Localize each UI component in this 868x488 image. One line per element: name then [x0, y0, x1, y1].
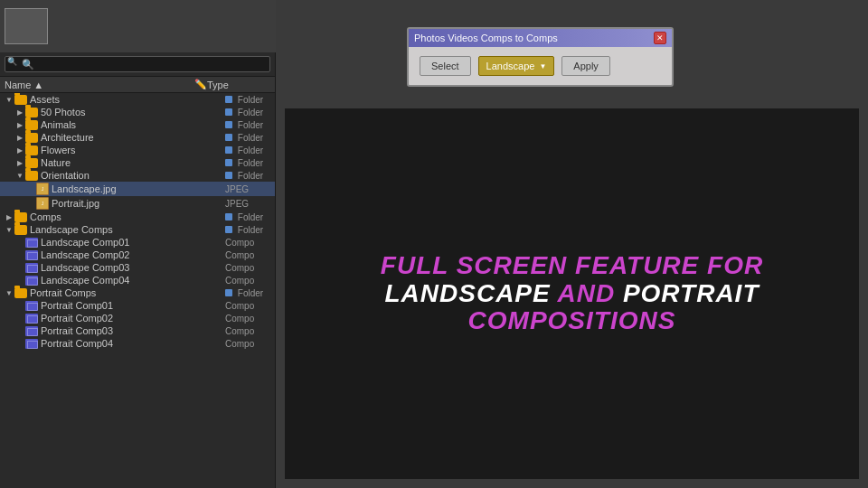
tree-item-lcomp01-label: Landscape Comp01 [41, 237, 225, 248]
tree-item-lcomp04[interactable]: Landscape Comp04 Compo [0, 274, 275, 286]
pencil-icon: ✏️ [194, 79, 207, 90]
type-bullet [225, 108, 232, 116]
expand-arrow-assets: ▼ [4, 96, 14, 104]
type-bullet [225, 146, 232, 154]
comp-icon-pcomp02 [25, 314, 38, 324]
tree-item-pcomp01[interactable]: Portrait Comp01 Compo [0, 299, 275, 312]
tree-item-landscapecomps-label: Landscape Comps [30, 224, 225, 235]
tree-item-assets-label: Assets [30, 94, 225, 105]
comp-icon-pcomp04 [25, 339, 38, 349]
type-bullet [225, 213, 232, 221]
column-headers: Name ▲ ✏️ Type [0, 77, 275, 93]
type-bullet [225, 289, 232, 296]
tree-item-pcomp01-label: Portrait Comp01 [41, 300, 225, 311]
tree-item-nature[interactable]: ▶ Nature Folder [0, 156, 275, 169]
tree-item-pcomp02-label: Portrait Comp02 [41, 313, 225, 324]
left-panel: Name ▲ ✏️ Type ▼ Assets Folder ▶ 50 Phot… [0, 0, 276, 488]
tree-item-assets[interactable]: ▼ Assets Folder [0, 93, 275, 106]
tree-item-animals-label: Animals [41, 119, 225, 130]
folder-icon-nature [25, 158, 38, 168]
portrait-text: PORTRAIT [615, 279, 759, 307]
expand-arrow-orientation: ▼ [14, 172, 25, 180]
preview-line3: COMPOSITIONS [381, 307, 763, 335]
folder-icon-animals [25, 120, 38, 130]
col-type-header: Type [207, 80, 270, 90]
tree-item-landscapejpg[interactable]: J Landscape.jpg JPEG [0, 182, 275, 196]
landscape-dropdown[interactable]: Landscape ▼ [478, 56, 555, 76]
jpeg-icon-landscape: J [36, 183, 49, 195]
tree-item-orientation-label: Orientation [41, 170, 225, 181]
type-bullet [225, 159, 232, 166]
file-tree: ▼ Assets Folder ▶ 50 Photos Folder ▶ Ani… [0, 93, 275, 488]
tree-item-lcomp03-label: Landscape Comp03 [41, 262, 225, 273]
thumbnail-box [5, 8, 48, 44]
type-bullet [225, 96, 232, 103]
col-name-header[interactable]: Name ▲ [5, 80, 190, 90]
expand-arrow-animals: ▶ [14, 121, 25, 129]
tree-item-animals[interactable]: ▶ Animals Folder [0, 118, 275, 131]
dialog-close-button[interactable]: ✕ [654, 32, 666, 44]
expand-arrow-nature: ▶ [14, 159, 25, 167]
tree-item-flowers-label: Flowers [41, 145, 225, 155]
and-text: AND [557, 279, 615, 307]
folder-icon-landscapecomps [14, 225, 27, 235]
dialog-body: Select Landscape ▼ Apply [409, 47, 672, 85]
select-button[interactable]: Select [420, 56, 471, 76]
tree-item-orientation[interactable]: ▼ Orientation Folder [0, 169, 275, 182]
folder-icon-assets [14, 95, 27, 105]
comp-icon-lcomp03 [25, 263, 38, 273]
folder-icon-comps [14, 212, 27, 222]
tree-item-portraitcomps[interactable]: ▼ Portrait Comps Folder [0, 286, 275, 299]
search-input[interactable] [5, 56, 270, 72]
preview-area: FULL SCREEN FEATURE FOR LANDSCAPE AND PO… [285, 108, 859, 479]
tree-item-portraitcomps-label: Portrait Comps [30, 287, 225, 298]
search-bar [0, 52, 275, 77]
tree-item-flowers[interactable]: ▶ Flowers Folder [0, 144, 275, 156]
tree-item-comps-label: Comps [30, 211, 225, 222]
comp-icon-pcomp03 [25, 326, 38, 336]
tree-item-lcomp01[interactable]: Landscape Comp01 Compo [0, 236, 275, 249]
preview-line2: LANDSCAPE AND PORTRAIT [381, 280, 763, 308]
expand-arrow-comps: ▶ [4, 213, 14, 221]
tree-item-nature-label: Nature [41, 157, 225, 168]
dialog: Photos Videos Comps to Comps ✕ Select La… [407, 27, 674, 87]
comp-icon-lcomp02 [25, 250, 38, 260]
tree-item-pcomp03[interactable]: Portrait Comp03 Compo [0, 324, 275, 337]
jpeg-icon-portrait: J [36, 197, 49, 210]
type-bullet [225, 172, 232, 179]
tree-item-pcomp02[interactable]: Portrait Comp02 Compo [0, 312, 275, 324]
landscape-text: LANDSCAPE [384, 279, 557, 307]
tree-item-landscapecomps[interactable]: ▼ Landscape Comps Folder [0, 223, 275, 236]
tree-item-50photos[interactable]: ▶ 50 Photos Folder [0, 106, 275, 118]
folder-icon-flowers [25, 145, 38, 155]
thumbnail-area [0, 0, 276, 52]
tree-item-lcomp04-label: Landscape Comp04 [41, 275, 225, 286]
tree-item-portraitjpg[interactable]: J Portrait.jpg JPEG [0, 196, 275, 211]
apply-button[interactable]: Apply [561, 56, 610, 76]
tree-item-architecture-label: Architecture [41, 132, 225, 143]
dropdown-label: Landscape [486, 61, 535, 71]
expand-arrow-flowers: ▶ [14, 146, 25, 155]
tree-item-architecture[interactable]: ▶ Architecture Folder [0, 131, 275, 144]
comp-icon-lcomp01 [25, 238, 38, 248]
dialog-title: Photos Videos Comps to Comps [414, 33, 558, 43]
expand-arrow-landscapecomps: ▼ [4, 226, 14, 234]
folder-icon-50photos [25, 108, 38, 117]
tree-item-comps[interactable]: ▶ Comps Folder [0, 211, 275, 223]
chevron-down-icon: ▼ [539, 62, 546, 70]
comp-icon-lcomp04 [25, 276, 38, 286]
tree-item-lcomp03[interactable]: Landscape Comp03 Compo [0, 261, 275, 274]
type-bullet [225, 121, 232, 128]
preview-line1: FULL SCREEN FEATURE FOR [381, 252, 763, 280]
tree-item-50photos-label: 50 Photos [41, 107, 225, 117]
type-bullet [225, 226, 232, 233]
type-bullet [225, 134, 232, 141]
folder-icon-orientation [25, 171, 38, 181]
folder-icon-architecture [25, 133, 38, 143]
tree-item-lcomp02[interactable]: Landscape Comp02 Compo [0, 249, 275, 261]
tree-item-portraitjpg-label: Portrait.jpg [52, 198, 225, 209]
tree-item-pcomp04[interactable]: Portrait Comp04 Compo [0, 337, 275, 350]
tree-item-landscapejpg-label: Landscape.jpg [52, 183, 225, 194]
folder-icon-portraitcomps [14, 288, 27, 298]
tree-item-lcomp02-label: Landscape Comp02 [41, 249, 225, 260]
